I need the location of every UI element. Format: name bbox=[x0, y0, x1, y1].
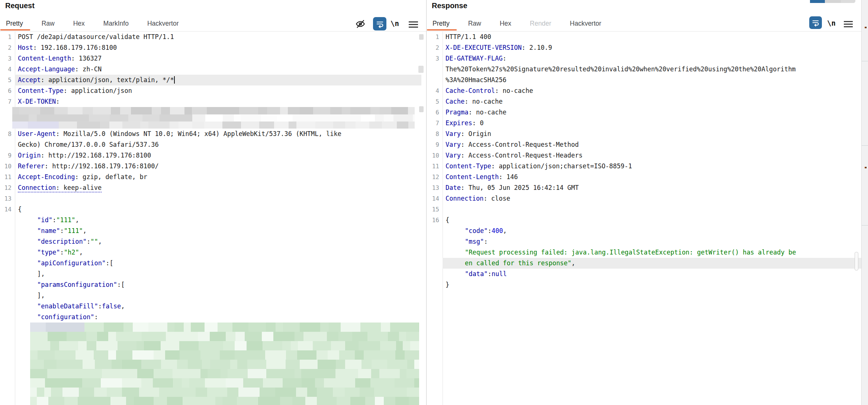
code-line: "code":400, bbox=[427, 226, 861, 236]
code-line: 11Accept-Encoding: gzip, deflate, br bbox=[0, 172, 421, 182]
line-number bbox=[427, 75, 443, 85]
panel-splitter[interactable] bbox=[426, 0, 427, 405]
tab-hackvertor[interactable]: Hackvertor bbox=[147, 20, 180, 30]
request-panel-title: Request bbox=[5, 1, 35, 10]
line-number bbox=[0, 258, 15, 269]
line-number bbox=[427, 64, 443, 75]
code-line: "msg": bbox=[427, 236, 861, 247]
line-number: 8 bbox=[0, 129, 15, 139]
request-scrollbar-thumb[interactable] bbox=[419, 34, 424, 40]
line-number: 6 bbox=[427, 107, 443, 118]
line-number bbox=[427, 236, 443, 247]
newline-toggle-icon[interactable]: \n bbox=[390, 19, 399, 27]
line-number bbox=[427, 226, 443, 236]
tab-hex[interactable]: Hex bbox=[499, 20, 512, 30]
line-number: 2 bbox=[427, 42, 443, 53]
line-number bbox=[0, 269, 15, 279]
scroll-marker-dot bbox=[865, 27, 867, 28]
code-line: 16{ bbox=[427, 215, 861, 226]
request-tab-bar: PrettyRawHexMarkInfoHackvertor bbox=[5, 17, 180, 30]
code-line: 1HTTP/1.1 400 bbox=[427, 32, 861, 42]
code-line: 12Connection: keep-alive bbox=[0, 182, 421, 193]
code-line: The%20Token%27s%20Signature%20resulted%2… bbox=[427, 64, 861, 75]
request-scrollbar-mark bbox=[418, 66, 424, 73]
tab-pretty[interactable]: Pretty bbox=[432, 20, 450, 30]
window-tab[interactable] bbox=[841, 0, 855, 3]
code-line: 9Vary: Access-Control-Request-Method bbox=[427, 139, 861, 150]
window-tab-strip-clipped bbox=[810, 0, 855, 3]
line-number bbox=[0, 236, 15, 247]
menu-icon[interactable] bbox=[408, 21, 418, 28]
code-line: %3A%20HmacSHA256 bbox=[427, 75, 861, 85]
code-line: 14{ bbox=[0, 204, 421, 215]
tab-hex[interactable]: Hex bbox=[73, 20, 86, 30]
line-number bbox=[427, 279, 443, 290]
line-number: 16 bbox=[427, 215, 443, 226]
hide-eye-icon[interactable] bbox=[354, 19, 366, 29]
menu-icon[interactable] bbox=[843, 20, 853, 28]
code-line: 6Content-Type: application/json bbox=[0, 85, 421, 96]
code-line: "apiConfiguration":[ bbox=[0, 258, 421, 269]
code-line: 13Date: Thu, 05 Jun 2025 16:42:14 GMT bbox=[427, 182, 861, 193]
window-scrollbar[interactable] bbox=[861, 0, 868, 405]
word-wrap-icon[interactable] bbox=[373, 17, 386, 30]
newline-toggle-icon[interactable]: \n bbox=[827, 19, 836, 27]
response-tab-bar: PrettyRawHexRenderHackvertor bbox=[432, 17, 602, 30]
line-number: 9 bbox=[0, 150, 15, 161]
rail-separator bbox=[862, 225, 868, 226]
line-number: 3 bbox=[427, 53, 443, 64]
line-number: 11 bbox=[0, 172, 15, 182]
code-line: 13 bbox=[0, 193, 421, 204]
code-line: 2Host: 192.168.179.176:8100 bbox=[0, 42, 421, 53]
tab-pretty[interactable]: Pretty bbox=[5, 20, 24, 30]
code-line: "description":"", bbox=[0, 236, 421, 247]
code-line: en called for this response", bbox=[427, 258, 861, 269]
code-line: 1POST /de2api/datasource/validate HTTP/1… bbox=[0, 32, 421, 42]
line-number: 6 bbox=[0, 85, 15, 96]
code-line: 5Accept: application/json, text/plain, *… bbox=[0, 75, 421, 85]
text-cursor bbox=[174, 76, 175, 84]
line-number: 5 bbox=[0, 75, 15, 85]
tab-raw[interactable]: Raw bbox=[41, 20, 55, 30]
code-line: 14Connection: close bbox=[427, 193, 861, 204]
word-wrap-icon[interactable] bbox=[809, 16, 822, 29]
line-number: 4 bbox=[427, 85, 443, 96]
line-number bbox=[0, 226, 15, 236]
line-number: 11 bbox=[427, 161, 443, 172]
line-number: 15 bbox=[427, 204, 443, 215]
response-scrollbar-thumb[interactable] bbox=[855, 252, 858, 270]
line-number bbox=[427, 258, 443, 269]
code-line: "type":"h2", bbox=[0, 247, 421, 258]
redacted-configuration-blur bbox=[30, 323, 419, 405]
code-line: 4Accept-Language: zh-CN bbox=[0, 64, 421, 75]
tab-render[interactable]: Render bbox=[529, 20, 552, 30]
line-number bbox=[427, 247, 443, 258]
request-editor[interactable]: 1POST /de2api/datasource/validate HTTP/1… bbox=[0, 32, 421, 405]
line-number bbox=[0, 247, 15, 258]
line-number: 10 bbox=[427, 150, 443, 161]
rail-separator bbox=[862, 61, 868, 61]
line-number: 13 bbox=[0, 193, 15, 204]
line-number bbox=[0, 301, 15, 312]
rail-separator bbox=[862, 145, 868, 146]
redacted-token-blur bbox=[12, 107, 415, 129]
line-number: 12 bbox=[427, 172, 443, 182]
line-number: 10 bbox=[0, 161, 15, 172]
code-line: Gecko) Chrome/137.0.0.0 Safari/537.36 bbox=[0, 139, 421, 150]
code-line: 2X-DE-EXECUTE-VERSION: 2.10.9 bbox=[427, 42, 861, 53]
window-tab[interactable] bbox=[825, 0, 841, 3]
tab-markinfo[interactable]: MarkInfo bbox=[103, 20, 129, 30]
code-line: "data":null bbox=[427, 269, 861, 279]
tab-raw[interactable]: Raw bbox=[467, 20, 482, 30]
line-number: 9 bbox=[427, 139, 443, 150]
response-editor[interactable]: 1HTTP/1.1 4002X-DE-EXECUTE-VERSION: 2.10… bbox=[427, 32, 861, 290]
line-number bbox=[0, 215, 15, 226]
code-line: 10Vary: Access-Control-Request-Headers bbox=[427, 150, 861, 161]
line-number: 3 bbox=[0, 53, 15, 64]
code-line: "paramsConfiguration":[ bbox=[0, 279, 421, 290]
line-number: 7 bbox=[0, 96, 15, 107]
request-scrollbar-mark bbox=[419, 106, 424, 112]
tab-hackvertor[interactable]: Hackvertor bbox=[569, 20, 602, 30]
code-line: 7Expires: 0 bbox=[427, 118, 861, 129]
window-tab-active[interactable] bbox=[810, 0, 825, 3]
